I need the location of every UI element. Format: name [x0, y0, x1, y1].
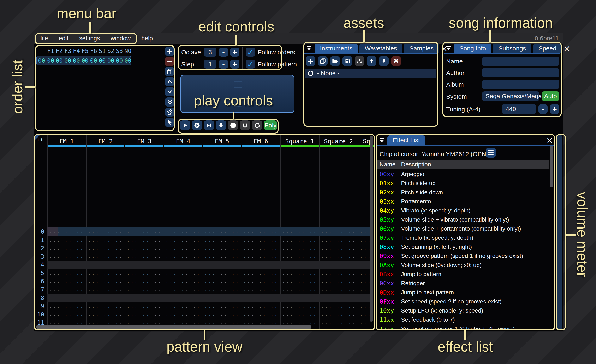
effect-row-0Dxx[interactable]: 0DxxJump to next pattern: [378, 288, 549, 297]
pattern-cell[interactable]: ... .. .. ....: [203, 302, 241, 310]
effect-row-05xy[interactable]: 05xyVolume slide + vibrato (compatibilit…: [378, 215, 549, 224]
step-input[interactable]: 1: [204, 59, 216, 69]
name-input[interactable]: [482, 57, 559, 66]
play-pattern-button[interactable]: [192, 120, 202, 130]
pattern-cell[interactable]: ... .. .. ....: [319, 244, 358, 252]
order-cell[interactable]: 00: [55, 56, 64, 65]
effect-row-11xx[interactable]: 11xxSet feedback (0 to 7): [378, 315, 549, 324]
pattern-cell[interactable]: ... .. .. ....: [319, 277, 358, 285]
pattern-cell[interactable]: ... .. .. ....: [319, 227, 358, 236]
asset-save-button[interactable]: [343, 56, 352, 66]
pattern-cell[interactable]: ... .. .. ....: [241, 227, 280, 236]
pattern-cell[interactable]: ... .. .. ....: [280, 310, 319, 319]
asset-move-up-button[interactable]: [367, 56, 376, 66]
pattern-cell[interactable]: ... .. .. ....: [164, 244, 203, 252]
pattern-cell[interactable]: ... .. .. ....: [164, 252, 203, 261]
pattern-cell[interactable]: ... .. .. ....: [241, 310, 280, 319]
tuning-minus-button[interactable]: -: [538, 104, 548, 114]
pattern-cell[interactable]: ... .. .. ....: [47, 302, 86, 310]
pattern-cell[interactable]: ... .. .. ....: [319, 285, 358, 294]
pattern-cell[interactable]: ... .. .. ....: [47, 236, 86, 244]
channel-header-square-2[interactable]: Square 2: [319, 135, 358, 148]
asset-delete-button[interactable]: ✖: [391, 56, 401, 66]
pattern-cell[interactable]: ... .. .. ....: [319, 236, 358, 244]
pattern-cell[interactable]: ... .. .. ....: [125, 285, 164, 294]
order-duplicate-end-button[interactable]: [165, 97, 174, 107]
asset-move-down-button[interactable]: [379, 56, 389, 66]
pattern-cell[interactable]: ... .. .. ....: [319, 269, 358, 277]
pattern-cell[interactable]: ... .. .. ....: [164, 302, 203, 310]
album-input[interactable]: [482, 80, 559, 89]
effect-row-08xy[interactable]: 08xySet panning (x: left; y: right): [378, 242, 549, 252]
effect-row-0Axy[interactable]: 0AxyVolume slide (0y: down; x0: up): [378, 261, 549, 270]
channel-header-fm-4[interactable]: FM 4: [164, 135, 203, 148]
effect-row-06xy[interactable]: 06xyVolume slide + portamento (compatibi…: [378, 224, 549, 233]
pattern-cell[interactable]: ... .. .. ....: [280, 269, 319, 277]
close-icon[interactable]: ×: [545, 135, 554, 145]
effect-row-04xy[interactable]: 04xyVibrato (x: speed; y: depth): [378, 206, 549, 215]
pattern-cell[interactable]: ... .. .. ....: [203, 252, 241, 261]
instrument-list-item[interactable]: - None -: [305, 69, 436, 78]
system-auto-button[interactable]: Auto: [542, 91, 559, 101]
pattern-row-9[interactable]: 9... .. .. ....... .. .. ....... .. .. .…: [35, 302, 374, 310]
pattern-cell[interactable]: ... .. .. ....: [280, 236, 319, 244]
menu-item-file[interactable]: file: [40, 35, 48, 42]
pattern-cell[interactable]: ... .. .. ....: [47, 252, 86, 261]
pattern-cell[interactable]: ... .. .. ....: [358, 277, 370, 285]
order-add-button[interactable]: +: [165, 47, 174, 56]
pattern-cell[interactable]: ... .. .. ....: [280, 294, 319, 302]
channel-header-fm-6[interactable]: FM 6: [241, 135, 280, 148]
menu-item-help[interactable]: help: [142, 35, 153, 42]
step-one-row-button[interactable]: [216, 120, 226, 130]
pattern-cell[interactable]: ... .. .. ....: [86, 285, 125, 294]
pattern-cell[interactable]: ... .. .. ....: [164, 319, 203, 327]
author-input[interactable]: [482, 68, 559, 77]
effect-row-12xx[interactable]: 12xxSet level of operator 1 (0 highest, …: [378, 324, 549, 330]
effect-row-0Cxx[interactable]: 0CxxRetrigger: [378, 279, 549, 288]
step-minus-button[interactable]: -: [219, 59, 228, 69]
follow-orders-checkbox[interactable]: ✓: [246, 48, 255, 57]
pattern-cell[interactable]: ... .. .. ....: [241, 302, 280, 310]
pattern-cell[interactable]: ... .. .. ....: [86, 261, 125, 269]
pattern-cell[interactable]: ... .. .. ....: [241, 269, 280, 277]
pattern-cell[interactable]: ... .. .. ....: [358, 285, 370, 294]
pattern-cell[interactable]: ... .. .. ....: [280, 227, 319, 236]
step-plus-button[interactable]: +: [230, 59, 239, 69]
pattern-cell[interactable]: ... .. .. ....: [47, 261, 86, 269]
pattern-cell[interactable]: ... .. .. ....: [47, 294, 86, 302]
pattern-cell[interactable]: ... .. .. ....: [86, 277, 125, 285]
octave-plus-button[interactable]: +: [230, 48, 239, 57]
pattern-cell[interactable]: ... .. .. ....: [203, 277, 241, 285]
pattern-row-11[interactable]: 11... .. .. ....... .. .. ....... .. .. …: [35, 319, 374, 327]
pattern-cell[interactable]: ... .. .. ....: [241, 285, 280, 294]
pattern-cell[interactable]: ... .. .. ....: [319, 294, 358, 302]
tab-samples[interactable]: Samples: [404, 44, 439, 53]
order-edit-mode-button[interactable]: [165, 118, 174, 127]
pattern-row-0[interactable]: 0... .. .. ....... .. .. ....... .. .. .…: [35, 227, 374, 236]
tab-wavetables[interactable]: Wavetables: [359, 44, 402, 53]
asset-duplicate-button[interactable]: [318, 56, 328, 66]
channel-header-fm-1[interactable]: FM 1: [47, 135, 86, 148]
order-cell[interactable]: 00: [81, 56, 89, 65]
channel-header-fm-3[interactable]: FM 3: [125, 135, 164, 148]
play-button[interactable]: [180, 120, 190, 130]
effect-row-0Bxx[interactable]: 0BxxJump to pattern: [378, 270, 549, 279]
collapse-icon[interactable]: [306, 45, 312, 51]
asset-tree-view-button[interactable]: [355, 56, 364, 66]
pattern-cell[interactable]: ... .. .. ....: [358, 269, 370, 277]
system-select[interactable]: Sega Genesis/Mega Drive: [482, 91, 539, 101]
pattern-cell[interactable]: ... .. .. ....: [358, 252, 370, 261]
channel-header-fm-2[interactable]: FM 2: [86, 135, 125, 148]
pattern-cell[interactable]: ... .. .. ....: [164, 285, 203, 294]
pattern-cell[interactable]: ... .. .. ....: [203, 261, 241, 269]
effect-row-10xy[interactable]: 10xySetup LFO (x: enable; y: speed): [378, 306, 549, 315]
effect-row-00xy[interactable]: 00xyArpeggio: [378, 170, 549, 179]
channel-header-square-1[interactable]: Square 1: [280, 135, 319, 148]
pattern-cell[interactable]: ... .. .. ....: [203, 310, 241, 319]
pattern-cell[interactable]: ... .. .. ....: [47, 277, 86, 285]
pattern-cell[interactable]: ... .. .. ....: [280, 319, 319, 327]
pattern-rows[interactable]: 0... .. .. ....... .. .. ....... .. .. .…: [35, 227, 374, 327]
pattern-cell[interactable]: ... .. .. ....: [86, 319, 125, 327]
pattern-cell[interactable]: ... .. .. ....: [203, 319, 241, 327]
pattern-cell[interactable]: ... .. .. ....: [125, 294, 164, 302]
